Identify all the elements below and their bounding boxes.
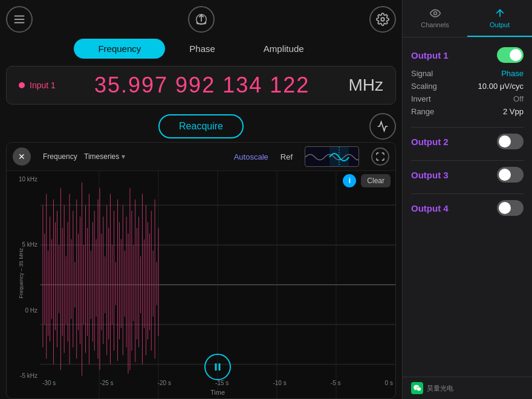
prop-range-value: 2 Vpp [503, 107, 524, 116]
ref-button[interactable]: Ref [281, 152, 293, 161]
x-label-2: -20 s [158, 380, 171, 386]
upload-button[interactable] [188, 6, 215, 33]
main-tabs: Frequency Phase Amplitude [6, 39, 396, 59]
left-panel: Frequency Phase Amplitude Input 1 35.997… [0, 0, 402, 399]
x-label-3: -15 s [215, 380, 229, 386]
input-dot [19, 82, 25, 88]
trend-button[interactable] [369, 113, 396, 140]
waveform-thumbnail [305, 146, 359, 167]
x-axis-title-label: Time [40, 386, 395, 397]
tab-amplitude[interactable]: Amplitude [239, 39, 328, 59]
prop-signal-value: Phase [501, 69, 524, 78]
output-4-label: Output 4 [411, 203, 449, 213]
tab-phase[interactable]: Phase [165, 39, 239, 59]
chart-title: Frequency Timeseries ▾ [43, 152, 125, 161]
y-label-0: 10 kHz [9, 176, 37, 183]
reacquire-button[interactable]: Reacquire [158, 114, 244, 138]
output-4-toggle[interactable] [497, 200, 524, 216]
svg-point-4 [381, 18, 384, 21]
x-label-6: 0 s [385, 380, 393, 386]
output-1-label: Output 1 [411, 50, 449, 60]
pause-button[interactable] [204, 354, 231, 380]
frequency-unit: MHz [348, 76, 383, 95]
svg-rect-151 [219, 363, 221, 371]
prop-invert-value: Off [513, 94, 524, 103]
tab-frequency[interactable]: Frequency [74, 39, 165, 59]
chart-close-button[interactable]: ✕ [13, 148, 31, 166]
y-label-3: -5 kHz [9, 372, 37, 379]
output-3-section: Output 3 [411, 167, 524, 183]
output-4-section: Output 4 [411, 200, 524, 216]
x-label-4: -10 s [273, 380, 286, 386]
x-label-1: -25 s [100, 380, 113, 386]
wechat-icon [411, 382, 423, 394]
frequency-display: Input 1 35.997 992 134 122 MHz [6, 66, 396, 105]
output-2-section: Output 2 [411, 134, 524, 149]
right-tab-output[interactable]: Output [467, 0, 532, 37]
output-2-header: Output 2 [411, 134, 524, 149]
x-axis: -30 s -25 s -20 s -15 s -10 s -5 s 0 s T… [40, 378, 395, 398]
output-1-toggle[interactable] [497, 47, 524, 63]
output-1-header: Output 1 [411, 47, 524, 63]
prop-signal: Signal Phase [411, 69, 524, 78]
prop-scaling-value: 10.00 μV/cyc [478, 82, 524, 91]
prop-range: Range 2 Vpp [411, 107, 524, 116]
prop-scaling: Scaling 10.00 μV/cyc [411, 82, 524, 91]
right-panel: Channels Output Output 1 Signal Phase [402, 0, 532, 399]
prop-invert: Invert Off [411, 94, 524, 103]
chart-info-row: i Clear [343, 174, 391, 187]
y-axis: 10 kHz 5 kHz 0 Hz -5 kHz Frequency – 35 … [7, 171, 40, 398]
info-icon[interactable]: i [343, 174, 356, 187]
y-label-2: 0 Hz [9, 307, 37, 314]
x-label-0: -30 s [42, 380, 56, 386]
frequency-value: 35.997 992 134 122 [68, 73, 337, 98]
divider-3 [411, 193, 524, 194]
output-2-label: Output 2 [411, 137, 449, 147]
output-1-section: Output 1 Signal Phase Scaling 10.00 μV/c… [411, 47, 524, 116]
input-name: Input 1 [30, 80, 56, 90]
watermark-text: 昊量光电 [427, 384, 453, 393]
x-label-5: -5 s [331, 380, 341, 386]
expand-button[interactable] [371, 148, 389, 166]
svg-rect-150 [215, 363, 217, 371]
clear-button[interactable]: Clear [361, 174, 391, 187]
svg-rect-6 [329, 147, 349, 167]
settings-button[interactable] [369, 6, 396, 33]
top-bar [6, 6, 396, 33]
chart-container: ✕ Frequency Timeseries ▾ Autoscale Ref [6, 142, 396, 399]
output-1-props: Signal Phase Scaling 10.00 μV/cyc Invert… [411, 69, 524, 116]
output-3-header: Output 3 [411, 167, 524, 183]
svg-point-152 [433, 12, 436, 15]
watermark: 昊量光电 [403, 377, 532, 399]
autoscale-button[interactable]: Autoscale [234, 152, 268, 161]
output-3-label: Output 3 [411, 170, 449, 180]
chart-body: 10 kHz 5 kHz 0 Hz -5 kHz Frequency – 35 … [7, 171, 395, 398]
middle-row: Reacquire [6, 114, 396, 138]
y-axis-title: Frequency – 35 MHz [18, 248, 24, 299]
right-tabs: Channels Output [403, 0, 532, 37]
right-tab-channels[interactable]: Channels [403, 0, 467, 37]
menu-button[interactable] [6, 6, 33, 33]
divider-2 [411, 160, 524, 161]
y-label-1: 5 kHz [9, 241, 37, 248]
output-3-toggle[interactable] [497, 167, 524, 183]
output-4-header: Output 4 [411, 200, 524, 216]
chart-plot: i Clear [40, 171, 395, 398]
divider-1 [411, 127, 524, 128]
chart-toolbar: ✕ Frequency Timeseries ▾ Autoscale Ref [7, 143, 395, 171]
input-label: Input 1 [19, 80, 56, 90]
right-content: Output 1 Signal Phase Scaling 10.00 μV/c… [403, 37, 532, 377]
output-2-toggle[interactable] [497, 134, 524, 149]
